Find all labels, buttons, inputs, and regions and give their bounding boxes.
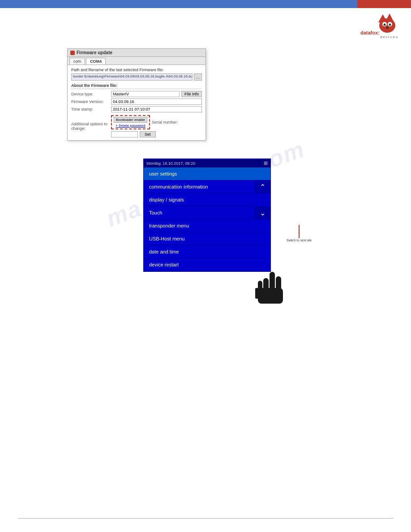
menu-item-touch[interactable]: Touch	[144, 206, 254, 219]
file-row: border Entwicklung\Firmware\04.03.09\04.…	[71, 73, 202, 81]
file-info-button[interactable]: File Info	[181, 91, 202, 97]
svg-point-5	[384, 24, 386, 26]
firmware-version-row: Firmware Version:	[71, 99, 202, 105]
additional-options-label: Additional options to change:	[71, 122, 109, 131]
firmware-version-value[interactable]	[111, 99, 202, 105]
menu-item-row-device-restart: device restart	[144, 258, 270, 271]
dialog-tab-com4[interactable]: COM4	[86, 58, 106, 64]
svg-rect-9	[270, 272, 275, 290]
hand-cursor-svg	[255, 270, 291, 314]
menu-item-display-signals[interactable]: display / signals	[144, 193, 270, 206]
serial-number-label: Serial number:	[152, 120, 178, 124]
timestamp-row: Time stamp:	[71, 106, 202, 112]
menu-item-date-time[interactable]: date and time	[144, 245, 270, 258]
file-browse-button[interactable]: ...	[194, 73, 202, 81]
menu-item-row-date-time: date and time	[144, 245, 270, 258]
svg-text:datafox:: datafox:	[360, 30, 380, 35]
path-label: Path and filename of the last selected F…	[71, 68, 202, 72]
device-type-row: Device type: File Info	[71, 91, 202, 97]
menu-item-usb-host[interactable]: USB-Host menu	[144, 232, 270, 245]
logo-area: datafox: devices	[358, 10, 398, 37]
about-label: About the Firmware file:	[71, 83, 202, 89]
firmware-dialog: Firmware update com COM4 Path and filena…	[67, 48, 206, 141]
dialog-title-text: Firmware update	[77, 50, 112, 55]
switch-line	[299, 225, 300, 238]
bootloader-enable-section: Bootloader enable + Delete password	[111, 115, 150, 129]
menu-item-comm-info[interactable]: communication information	[144, 180, 254, 193]
bottom-line	[18, 518, 393, 519]
hand-cursor	[255, 270, 291, 314]
chevron-down-icon: ⌄	[260, 209, 265, 217]
dialog-title-bar: Firmware update	[68, 49, 206, 57]
menu-item-row-display-signals: display / signals	[144, 193, 270, 206]
file-path-input[interactable]: border Entwicklung\Firmware\04.03.09\04.…	[71, 73, 193, 81]
menu-item-transponder[interactable]: transponder menu	[144, 219, 270, 232]
svg-point-6	[389, 24, 391, 26]
device-menu-date: Monday, 16.10.2017, 08:20	[146, 161, 195, 166]
svg-point-7	[386, 27, 389, 29]
dialog-body: Path and filename of the last selected F…	[68, 65, 206, 140]
menu-item-row-transponder: transponder menu	[144, 219, 270, 232]
serial-number-input[interactable]	[111, 131, 138, 137]
chevron-up-icon: ⌃	[260, 183, 265, 191]
svg-rect-13	[258, 288, 283, 304]
timestamp-label: Time stamp:	[71, 107, 109, 112]
dialog-title-icon	[70, 51, 75, 55]
bootloader-enable-button[interactable]: Bootloader enable	[114, 117, 147, 123]
timestamp-value[interactable]	[111, 106, 202, 112]
set-button[interactable]: Set	[140, 131, 156, 137]
svg-point-2	[379, 18, 395, 33]
device-type-value[interactable]	[111, 91, 180, 97]
device-type-label: Device type:	[71, 92, 109, 96]
arrow-up-button[interactable]: ⌃	[254, 180, 270, 193]
menu-item-device-restart[interactable]: device restart	[144, 258, 270, 271]
switch-label: Switch to next site	[286, 238, 313, 242]
options-row: Additional options to change: Bootloader…	[71, 115, 202, 137]
arrow-down-button[interactable]: ⌄	[254, 206, 270, 219]
menu-item-row-touch: Touch ⌄	[144, 206, 270, 219]
device-menu-header: Monday, 16.10.2017, 08:20 ⊞	[144, 159, 270, 167]
options-right: Bootloader enable + Delete password Seri…	[111, 115, 202, 137]
dialog-tab-com[interactable]: com	[69, 58, 85, 64]
firmware-version-label: Firmware Version:	[71, 99, 109, 104]
menu-item-row-comm-info: communication information ⌃	[144, 180, 270, 193]
header-bar	[0, 0, 411, 8]
header-bar-left	[0, 0, 357, 8]
menu-item-user-settings[interactable]: user settings	[144, 167, 270, 180]
switch-annotation: Switch to next site	[286, 225, 313, 242]
delete-password-link[interactable]: + Delete password	[116, 124, 145, 128]
device-menu-container: Monday, 16.10.2017, 08:20 ⊞ user setting…	[143, 159, 282, 272]
datafox-logo-svg: datafox:	[358, 10, 398, 37]
menu-item-row-user-settings: user settings	[144, 167, 270, 180]
menu-item-row-usb-host: USB-Host menu	[144, 232, 270, 245]
device-menu-panel: Monday, 16.10.2017, 08:20 ⊞ user setting…	[143, 159, 271, 272]
main-content: Firmware update com COM4 Path and filena…	[0, 8, 411, 290]
dialog-tabs: com COM4	[68, 57, 206, 65]
device-menu-header-icon: ⊞	[264, 160, 268, 166]
header-bar-right	[357, 0, 411, 8]
